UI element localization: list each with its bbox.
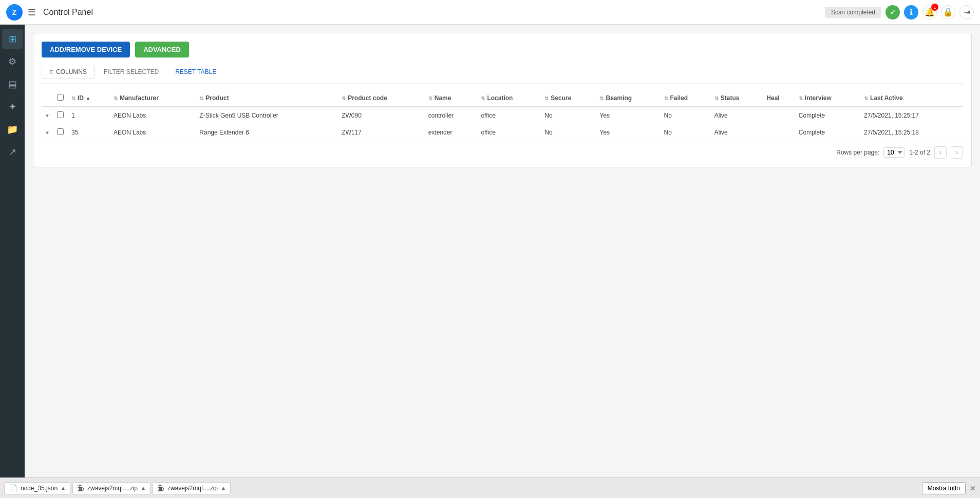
topbar: Z ☰ Control Panel Scan completed ✓ ℹ 🔔 1… xyxy=(0,0,980,25)
row-heal-1 xyxy=(763,124,796,141)
col-failed: ⇅ Failed xyxy=(661,90,711,107)
id-filter-icon[interactable]: ⇅ xyxy=(71,95,76,101)
id-sort-icon: ▲ xyxy=(86,95,90,101)
file-icon-1: 📄 xyxy=(9,484,17,492)
row-check-1[interactable] xyxy=(54,124,68,141)
col-product-code: ⇅ Product code xyxy=(338,90,425,107)
download-chevron-3[interactable]: ▲ xyxy=(221,485,226,491)
download-filename-2: zwavejs2mqt....zip xyxy=(87,485,138,492)
file-icon-2: 🗜 xyxy=(77,484,84,492)
row-check-0[interactable] xyxy=(54,107,68,124)
row-id-1: 35 xyxy=(68,124,110,141)
row-manufacturer-1: AEON Labs xyxy=(110,124,196,141)
pagination: Rows per page: 10 25 50 1-2 of 2 ‹ › xyxy=(42,141,963,159)
table-row: ▼ 1 AEON Labs Z-Stick Gen5 USB Controlle… xyxy=(42,107,963,124)
status-filter-icon[interactable]: ⇅ xyxy=(714,95,719,101)
advanced-button[interactable]: ADVANCED xyxy=(135,42,189,58)
notification-icon[interactable]: 🔔 1 xyxy=(922,5,937,20)
select-all-checkbox[interactable] xyxy=(57,94,64,101)
row-checkbox-0[interactable] xyxy=(57,111,64,118)
row-heal-0 xyxy=(763,107,796,124)
row-expand-1[interactable]: ▼ xyxy=(42,124,54,141)
col-id: ⇅ ID ▲ xyxy=(68,90,110,107)
logo-z: Z xyxy=(12,8,17,16)
row-last-active-1: 27/5/2021, 15:25:18 xyxy=(861,124,963,141)
row-location-0: office xyxy=(478,107,541,124)
file-icon-3: 🗜 xyxy=(157,484,164,492)
topbar-right: Scan completed ✓ ℹ 🔔 1 🔒 ⇥ xyxy=(825,5,974,20)
hamburger-menu[interactable]: ☰ xyxy=(28,7,36,18)
toolbar: ≡ COLUMNS FILTER SELECTED RESET TABLE xyxy=(42,65,963,84)
columns-icon: ≡ xyxy=(49,68,53,75)
close-bottombar-button[interactable]: ✕ xyxy=(970,484,976,492)
row-status-0: Alive xyxy=(711,107,764,124)
product-filter-icon[interactable]: ⇅ xyxy=(199,95,203,101)
failed-filter-icon[interactable]: ⇅ xyxy=(664,95,668,101)
manufacturer-filter-icon[interactable]: ⇅ xyxy=(114,95,118,101)
download-item-2[interactable]: 🗜 zwavejs2mqt....zip ▲ xyxy=(72,482,150,494)
col-manufacturer: ⇅ Manufacturer xyxy=(110,90,196,107)
col-secure: ⇅ Secure xyxy=(541,90,596,107)
row-secure-1: No xyxy=(541,124,596,141)
secure-filter-icon[interactable]: ⇅ xyxy=(544,95,549,101)
app-logo: Z xyxy=(6,4,23,21)
table-body: ▼ 1 AEON Labs Z-Stick Gen5 USB Controlle… xyxy=(42,107,963,141)
row-expand-0[interactable]: ▼ xyxy=(42,107,54,124)
row-manufacturer-0: AEON Labs xyxy=(110,107,196,124)
row-product-0: Z-Stick Gen5 USB Controller xyxy=(196,107,338,124)
check-icon[interactable]: ✓ xyxy=(885,5,900,20)
row-secure-0: No xyxy=(541,107,596,124)
notification-badge: 1 xyxy=(931,4,938,11)
download-item-1[interactable]: 📄 node_35.json ▲ xyxy=(4,482,70,494)
col-last-active: ⇅ Last Active xyxy=(861,90,963,107)
pagination-range: 1-2 of 2 xyxy=(909,149,930,156)
location-filter-icon[interactable]: ⇅ xyxy=(481,95,485,101)
row-product-code-0: ZW090 xyxy=(338,107,425,124)
filter-selected-button[interactable]: FILTER SELECTED xyxy=(97,65,166,79)
columns-button[interactable]: ≡ COLUMNS xyxy=(42,65,95,79)
sidebar-item-analytics[interactable]: ▤ xyxy=(2,74,23,94)
scan-status: Scan completed xyxy=(825,7,881,18)
download-item-3[interactable]: 🗜 zwavejs2mqt....zip ▲ xyxy=(153,482,231,494)
sidebar-item-dashboard[interactable]: ⊞ xyxy=(2,29,23,49)
sidebar-item-files[interactable]: 📁 xyxy=(2,119,23,140)
logout-icon[interactable]: ⇥ xyxy=(959,5,974,20)
product-code-filter-icon[interactable]: ⇅ xyxy=(342,95,346,101)
interview-filter-icon[interactable]: ⇅ xyxy=(799,95,803,101)
download-filename-3: zwavejs2mqt....zip xyxy=(167,485,218,492)
col-product: ⇅ Product xyxy=(196,90,338,107)
sidebar-item-share[interactable]: ↗ xyxy=(2,142,23,162)
col-heal: Heal xyxy=(763,90,796,107)
beaming-filter-icon[interactable]: ⇅ xyxy=(599,95,604,101)
info-icon[interactable]: ℹ xyxy=(904,5,918,20)
download-chevron-1[interactable]: ▲ xyxy=(61,485,66,491)
show-all-button[interactable]: Mostra tutto xyxy=(922,482,966,494)
rows-per-page-label: Rows per page: xyxy=(836,149,879,156)
last-active-filter-icon[interactable]: ⇅ xyxy=(864,95,868,101)
row-beaming-1: Yes xyxy=(596,124,661,141)
main-content: ADD/REMOVE DEVICE ADVANCED ≡ COLUMNS FIL… xyxy=(25,25,980,477)
row-product-1: Range Extender 6 xyxy=(196,124,338,141)
download-chevron-2[interactable]: ▲ xyxy=(141,485,146,491)
page-title: Control Panel xyxy=(43,8,820,17)
row-id-0: 1 xyxy=(68,107,110,124)
content-card: ADD/REMOVE DEVICE ADVANCED ≡ COLUMNS FIL… xyxy=(33,33,972,167)
col-status: ⇅ Status xyxy=(711,90,764,107)
devices-table: ⇅ ID ▲ ⇅ Manufacturer xyxy=(42,90,963,141)
sidebar-item-plugins[interactable]: ✦ xyxy=(2,97,23,117)
reset-table-button[interactable]: RESET TABLE xyxy=(168,65,223,79)
row-name-1: extender xyxy=(425,124,478,141)
add-remove-device-button[interactable]: ADD/REMOVE DEVICE xyxy=(42,42,130,58)
row-checkbox-1[interactable] xyxy=(57,128,64,135)
lock-icon[interactable]: 🔒 xyxy=(941,5,955,20)
sidebar-item-settings[interactable]: ⚙ xyxy=(2,51,23,72)
prev-page-button[interactable]: ‹ xyxy=(934,146,947,159)
col-checkbox xyxy=(54,90,68,107)
col-interview: ⇅ Interview xyxy=(796,90,861,107)
row-name-0: controller xyxy=(425,107,478,124)
name-filter-icon[interactable]: ⇅ xyxy=(428,95,432,101)
row-last-active-0: 27/5/2021, 15:25:17 xyxy=(861,107,963,124)
rows-per-page-select[interactable]: 10 25 50 xyxy=(883,147,905,158)
bottombar: 📄 node_35.json ▲ 🗜 zwavejs2mqt....zip ▲ … xyxy=(0,477,980,498)
next-page-button[interactable]: › xyxy=(951,146,963,159)
